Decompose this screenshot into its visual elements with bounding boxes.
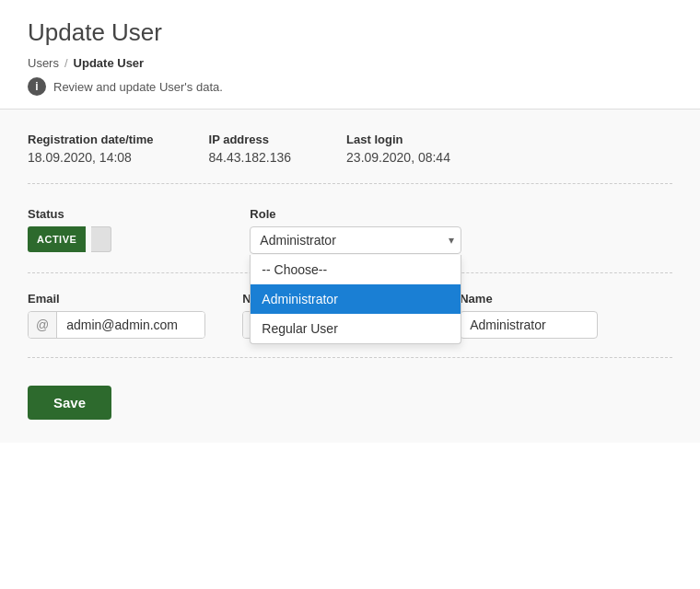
registration-value: 18.09.2020, 14:08 [28,150,132,165]
breadcrumb-separator: / [64,56,68,70]
name-label: Name [460,292,598,306]
role-label: Role [250,207,461,221]
meta-section: Registration date/time 18.09.2020, 14:08… [28,133,672,184]
email-group: Email @ [28,292,205,339]
role-group: Role -- Choose-- Administrator Regular U… [250,207,461,254]
status-group: Status ACTIVE [28,207,111,252]
info-icon: i [28,77,46,96]
status-toggle[interactable]: ACTIVE [28,226,111,252]
registration-field: Registration date/time 18.09.2020, 14:08 [28,133,154,165]
save-section: Save [28,381,672,420]
info-description: Review and update User's data. [53,80,223,94]
email-input-wrapper: @ [28,311,205,339]
role-select-wrapper: -- Choose-- Administrator Regular User ▾… [250,226,461,254]
dropdown-item-regular[interactable]: Regular User [251,314,461,343]
last-login-field: Last login 23.09.2020, 08:44 [346,133,450,165]
last-login-label: Last login [346,133,450,146]
breadcrumb-parent[interactable]: Users [28,56,59,70]
ip-label: IP address [209,133,292,146]
toggle-handle[interactable] [91,226,111,252]
role-dropdown-menu: -- Choose-- Administrator Regular User [250,255,461,344]
status-label: Status [28,207,111,221]
email-input[interactable] [57,312,204,338]
name-group: Name [460,292,598,339]
ip-value: 84.43.182.136 [209,150,292,165]
at-icon: @ [29,312,57,338]
dropdown-item-admin[interactable]: Administrator [251,284,461,314]
last-login-value: 23.09.2020, 08:44 [346,150,450,165]
status-active-label: ACTIVE [28,226,86,252]
ip-field: IP address 84.43.182.136 [209,133,292,165]
breadcrumb-current: Update User [74,56,145,70]
status-role-section: Status ACTIVE Role -- Choose-- Administr… [28,207,672,273]
registration-label: Registration date/time [28,133,154,146]
dropdown-item-choose[interactable]: -- Choose-- [251,255,461,284]
name-input[interactable] [460,311,598,339]
email-label: Email [28,292,205,306]
save-button[interactable]: Save [28,386,111,420]
breadcrumb: Users / Update User [28,56,672,70]
page-title: Update User [28,18,672,47]
role-select[interactable]: -- Choose-- Administrator Regular User [250,226,461,254]
